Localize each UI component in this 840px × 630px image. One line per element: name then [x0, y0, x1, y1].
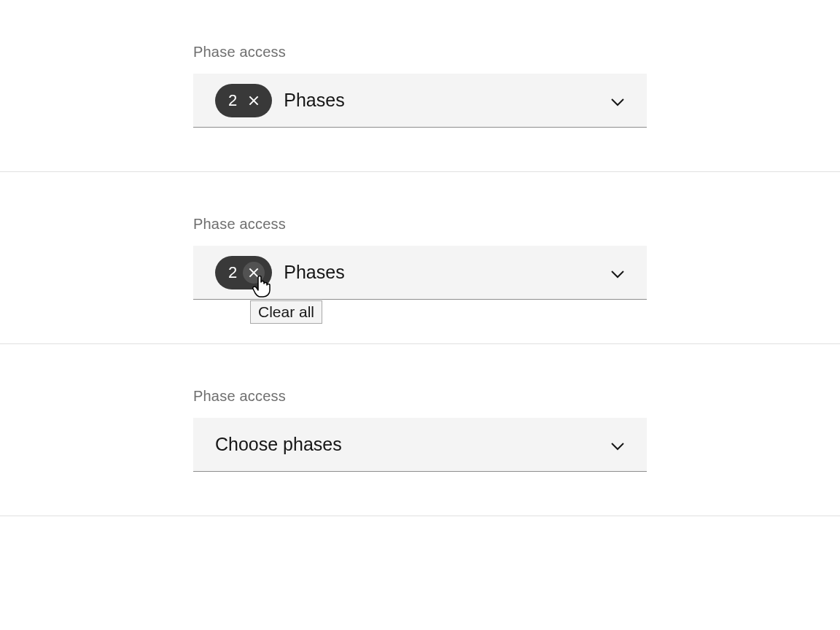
phases-dropdown[interactable]: 2 Phases	[193, 246, 647, 300]
chevron-down-icon	[610, 268, 625, 277]
dropdown-selected-label: Phases	[284, 90, 344, 111]
tag-count: 2	[228, 91, 237, 110]
dropdown-placeholder: Choose phases	[215, 434, 342, 455]
panel-default: Phase access 2 Phases	[0, 0, 840, 172]
panel-empty: Phase access Choose phases	[0, 344, 840, 516]
field-label: Phase access	[193, 216, 647, 233]
dropdown-selected-label: Phases	[284, 262, 344, 283]
clear-all-tooltip: Clear all	[250, 300, 322, 324]
panel-hover: Phase access 2 Phases	[0, 172, 840, 344]
close-icon[interactable]	[243, 262, 265, 284]
tag-count: 2	[228, 263, 237, 282]
selection-tag[interactable]: 2	[215, 256, 272, 289]
field-label: Phase access	[193, 44, 647, 61]
field-label: Phase access	[193, 388, 647, 405]
phases-dropdown[interactable]: 2 Phases	[193, 74, 647, 128]
chevron-down-icon	[610, 96, 625, 105]
close-icon[interactable]	[243, 90, 265, 112]
selection-tag[interactable]: 2	[215, 84, 272, 117]
phases-dropdown[interactable]: Choose phases	[193, 418, 647, 472]
chevron-down-icon	[610, 440, 625, 449]
